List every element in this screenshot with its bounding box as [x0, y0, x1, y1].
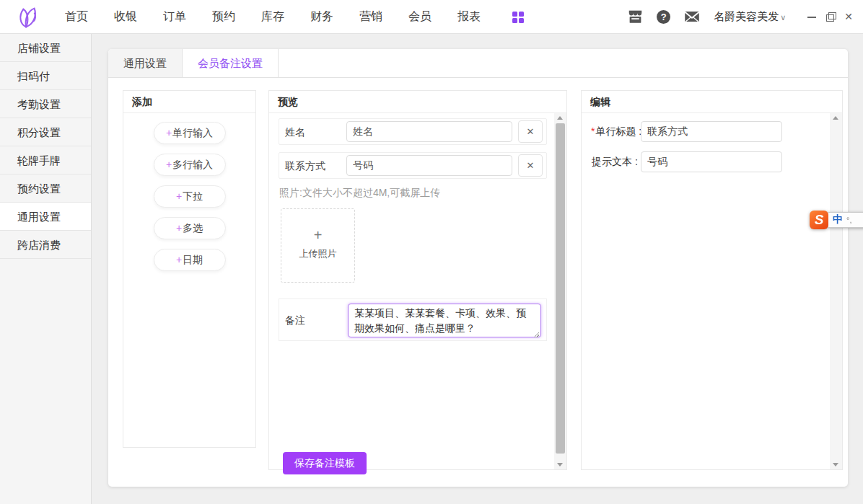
contact-field-input[interactable]	[346, 155, 512, 176]
hint-text-input[interactable]	[641, 151, 782, 172]
top-navbar: 首页 收银 订单 预约 库存 财务 营销 会员 报表 ?	[0, 0, 863, 34]
apps-grid-icon[interactable]	[512, 12, 524, 23]
menu-item-home[interactable]: 首页	[64, 9, 89, 25]
menu-item-members[interactable]: 会员	[408, 9, 432, 25]
remove-field-button[interactable]: ✕	[518, 154, 543, 177]
navbar-right: ? 名爵美容美发∨ ✕	[628, 0, 853, 33]
upload-photo-label: 上传照片	[281, 247, 354, 260]
menu-item-finance[interactable]: 财务	[310, 9, 334, 25]
tab-general-settings[interactable]: 通用设置	[108, 49, 183, 77]
app-logo-icon	[14, 4, 42, 31]
plus-icon: +	[166, 159, 172, 170]
sidebar-item-store-settings[interactable]: 店铺设置	[0, 34, 91, 62]
save-note-template-button[interactable]: 保存备注模板	[283, 452, 367, 474]
close-button[interactable]: ✕	[844, 12, 853, 22]
add-panel-title: 添加	[123, 91, 255, 113]
field-label: 提示文本 :	[591, 151, 638, 172]
single-line-title-input[interactable]	[641, 121, 782, 142]
button-label: 单行输入	[172, 127, 213, 138]
main-menu: 首页 收银 订单 预约 库存 财务 营销 会员 报表	[64, 0, 481, 33]
preview-panel-title: 预览	[269, 91, 566, 113]
menu-item-cashier[interactable]: 收银	[113, 9, 138, 25]
preview-field-contact-row: 联系方式 ✕	[279, 152, 547, 179]
required-asterisk: *	[591, 125, 595, 137]
remove-field-button[interactable]: ✕	[518, 120, 543, 143]
sidebar-item-scan-pay[interactable]: 扫码付	[0, 62, 91, 90]
ime-chinese-mode-icon[interactable]: 中	[833, 213, 843, 226]
apps-grid-square	[512, 12, 517, 17]
scroll-down-arrow-icon[interactable]	[830, 459, 842, 469]
apps-grid-square	[512, 18, 517, 23]
sidebar-item-appointment-settings[interactable]: 预约设置	[0, 174, 91, 203]
plus-icon: +	[176, 190, 182, 202]
ime-status-bar: 中 °,	[828, 212, 863, 228]
edit-panel-body: *单行标题 : 提示文本 :	[582, 113, 842, 469]
sidebar-item-cross-store[interactable]: 跨店消费	[0, 231, 91, 259]
add-single-line-button[interactable]: +单行输入	[154, 122, 226, 144]
help-icon[interactable]: ?	[657, 10, 670, 24]
add-field-panel: 添加 +单行输入 +多行输入 +下拉 +多选 +日期	[123, 90, 256, 448]
minimize-button[interactable]	[807, 12, 817, 22]
photo-upload-hint: 照片:文件大小不超过4M,可截屏上传	[279, 187, 440, 200]
field-label: 姓名	[285, 119, 305, 146]
chevron-down-icon: ∨	[780, 13, 786, 22]
button-label: 下拉	[183, 190, 203, 202]
edit-scrollbar[interactable]	[830, 113, 842, 469]
apps-grid-square	[519, 18, 524, 23]
scroll-up-arrow-icon[interactable]	[830, 113, 842, 123]
ime-punctuation-icon[interactable]: °,	[846, 216, 851, 224]
edit-panel-title: 编辑	[582, 91, 842, 113]
add-multi-select-button[interactable]: +多选	[154, 217, 226, 239]
plus-icon: +	[281, 228, 354, 242]
help-question-glyph: ?	[657, 10, 670, 24]
add-multi-line-button[interactable]: +多行输入	[154, 154, 226, 176]
label-text: 单行标题 :	[595, 125, 641, 137]
sidebar-item-attendance[interactable]: 考勤设置	[0, 90, 91, 118]
menu-item-inventory[interactable]: 库存	[260, 9, 285, 25]
sidebar-item-points[interactable]: 积分设置	[0, 118, 91, 146]
note-textarea[interactable]: 某某项目、某某套餐、卡项、效果、预期效果如何、痛点是哪里？	[348, 304, 541, 337]
settings-tabs: 通用设置 会员备注设置	[108, 49, 848, 78]
scrollbar-thumb[interactable]	[556, 123, 565, 454]
label-text: 提示文本 :	[592, 156, 638, 167]
edit-panel: 编辑 *单行标题 : 提示文本 :	[581, 90, 843, 470]
tab-member-note-settings[interactable]: 会员备注设置	[183, 49, 279, 77]
field-label: 联系方式	[285, 153, 325, 180]
plus-icon: +	[176, 222, 182, 234]
preview-panel: 预览 姓名 ✕ 联系方式 ✕ 照片:文件大小不超过4M,可截屏上传 + 上传照片…	[268, 90, 567, 470]
add-dropdown-button[interactable]: +下拉	[154, 185, 226, 208]
settings-card: 通用设置 会员备注设置 添加 +单行输入 +多行输入 +下拉 +多选 +日期 预…	[108, 49, 848, 487]
plus-icon: +	[166, 127, 172, 138]
menu-item-reports[interactable]: 报表	[457, 9, 481, 25]
sidebar-item-general-settings[interactable]: 通用设置	[0, 203, 91, 231]
mail-icon[interactable]	[684, 11, 700, 22]
upload-photo-dropzone[interactable]: + 上传照片	[281, 208, 355, 283]
ime-toolbar: S 中 °,	[810, 211, 863, 229]
menu-item-orders[interactable]: 订单	[162, 9, 187, 25]
button-label: 多选	[183, 222, 203, 234]
field-label: *单行标题 :	[591, 121, 641, 142]
add-date-button[interactable]: +日期	[154, 249, 226, 271]
scroll-down-arrow-icon[interactable]	[554, 459, 566, 469]
plus-icon: +	[176, 254, 182, 265]
add-panel-body: +单行输入 +多行输入 +下拉 +多选 +日期	[123, 113, 255, 447]
sidebar-item-turn-cards[interactable]: 轮牌手牌	[0, 146, 91, 174]
storefront-icon[interactable]	[628, 9, 643, 24]
preview-scrollbar[interactable]	[554, 113, 566, 469]
name-field-input[interactable]	[346, 121, 512, 142]
button-label: 日期	[183, 254, 203, 265]
menu-item-appointments[interactable]: 预约	[211, 9, 236, 25]
menu-item-marketing[interactable]: 营销	[359, 9, 383, 25]
preview-field-name-row: 姓名 ✕	[279, 118, 547, 145]
button-label: 多行输入	[172, 159, 213, 170]
restore-button[interactable]	[825, 12, 836, 22]
apps-grid-square	[519, 12, 524, 17]
preview-panel-body: 姓名 ✕ 联系方式 ✕ 照片:文件大小不超过4M,可截屏上传 + 上传照片 备注…	[269, 113, 566, 469]
store-account-dropdown[interactable]: 名爵美容美发∨	[714, 10, 786, 24]
scroll-up-arrow-icon[interactable]	[554, 113, 566, 123]
field-label: 备注	[285, 299, 305, 342]
settings-sidebar: 店铺设置 扫码付 考勤设置 积分设置 轮牌手牌 预约设置 通用设置 跨店消费	[0, 34, 92, 504]
preview-note-row: 备注 某某项目、某某套餐、卡项、效果、预期效果如何、痛点是哪里？	[279, 299, 547, 341]
sogou-logo-icon[interactable]: S	[810, 211, 828, 229]
store-name-label: 名爵美容美发	[714, 10, 779, 22]
